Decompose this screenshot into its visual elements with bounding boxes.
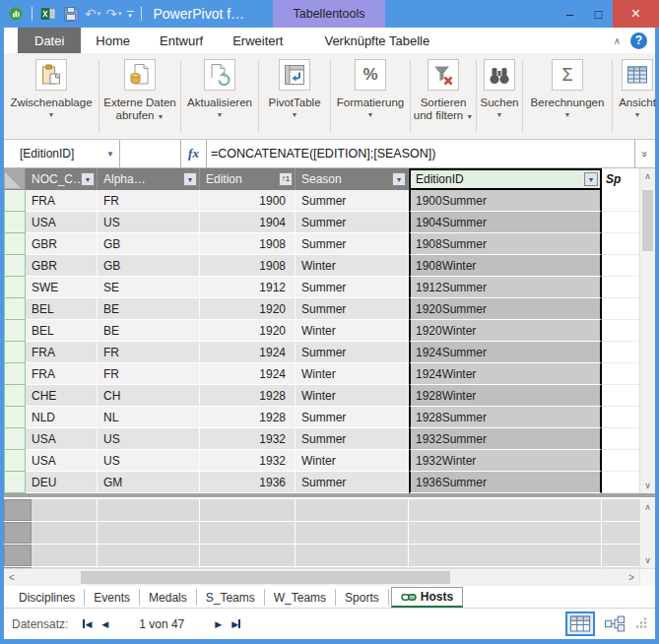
ribbon-button-zwischenablage[interactable]: Zwischenablage▼ [4, 56, 99, 139]
measure-row-header[interactable] [4, 545, 32, 566]
row-selector[interactable] [4, 255, 26, 277]
cell-season[interactable]: Summer [296, 407, 409, 428]
measure-row-header[interactable] [4, 567, 32, 568]
ribbon-button-formatierung[interactable]: %Formatierung▼ [331, 56, 410, 139]
empty-cell[interactable] [602, 428, 639, 450]
empty-cell[interactable] [602, 407, 639, 428]
maximize-button[interactable]: □ [584, 0, 613, 28]
cell-edition_id[interactable]: 1908Summer [409, 233, 602, 255]
empty-cell[interactable] [602, 277, 639, 298]
row-selector[interactable] [4, 277, 26, 298]
cell-season[interactable]: Summer [296, 298, 409, 320]
cell-edition[interactable]: 1936 [200, 472, 296, 493]
sheet-tab-s_teams[interactable]: S_Teams [197, 589, 265, 606]
filter-dropdown-icon[interactable]: ▼ [584, 172, 598, 186]
row-selector[interactable] [4, 428, 26, 450]
tab-home[interactable]: Home [81, 28, 145, 53]
cell-edition_id[interactable]: 1936Summer [409, 472, 602, 493]
undo-icon[interactable]: ↶▾ [85, 6, 100, 22]
filter-dropdown-icon[interactable]: ▼ [392, 172, 406, 186]
select-all-corner[interactable] [4, 168, 26, 190]
measure-cell[interactable] [32, 567, 98, 568]
measure-cell[interactable] [32, 545, 98, 566]
cell-edition[interactable]: 1920 [200, 298, 296, 320]
row-selector[interactable] [4, 298, 26, 320]
measure-cell[interactable] [296, 545, 409, 566]
help-icon[interactable]: ? [630, 32, 647, 49]
sheet-tab-medals[interactable]: Medals [140, 589, 197, 606]
cell-edition[interactable]: 1908 [200, 233, 296, 255]
ribbon-button-aktualisieren[interactable]: Aktualisieren▼ [181, 56, 258, 139]
record-first-button[interactable]: ◀ [83, 619, 92, 629]
scrollbar-down-icon[interactable]: ∨ [640, 478, 656, 493]
cell-edition[interactable]: 1904 [200, 212, 296, 233]
filter-dropdown-icon[interactable]: ▼ [81, 172, 95, 186]
hscroll-left-icon[interactable]: < [4, 569, 20, 586]
cell-alpha_2[interactable]: US [98, 428, 200, 450]
cell-edition[interactable]: 1928 [200, 385, 296, 407]
filter-dropdown-icon[interactable]: ▼ [183, 172, 197, 186]
measure-cell[interactable] [98, 545, 200, 566]
formula-expand-icon[interactable]: » [634, 140, 655, 167]
cell-season[interactable]: Winter [296, 320, 409, 342]
cell-noc_code[interactable]: DEU [26, 472, 98, 493]
cell-season[interactable]: Summer [296, 190, 409, 212]
measure-cell[interactable] [409, 567, 602, 568]
cell-edition_id[interactable]: 1932Summer [409, 428, 602, 450]
measure-cell[interactable] [200, 545, 296, 566]
diagram-view-button[interactable] [602, 613, 627, 634]
row-selector[interactable] [4, 450, 26, 472]
cell-alpha_2[interactable]: BE [98, 320, 200, 342]
cell-season[interactable]: Summer [296, 212, 409, 233]
cell-alpha_2[interactable]: US [98, 450, 200, 472]
ribbon-button-externe-daten[interactable]: Externe Datenabrufen▼ [99, 56, 180, 139]
add-column-header[interactable]: Sp [602, 168, 639, 190]
empty-cell[interactable] [602, 363, 639, 385]
horizontal-scrollbar[interactable]: < > [4, 568, 655, 586]
cell-edition_id[interactable]: 1924Winter [409, 363, 602, 385]
column-header-alpha_2[interactable]: Alpha…▼ [98, 168, 200, 190]
measure-cell[interactable] [602, 545, 639, 566]
record-prev-button[interactable]: ◀ [101, 619, 108, 629]
cell-edition_id[interactable]: 1900Summer [409, 190, 602, 212]
cell-alpha_2[interactable]: GB [98, 233, 200, 255]
cell-noc_code[interactable]: SWE [26, 277, 98, 298]
measure-cell[interactable] [200, 567, 296, 568]
scrollbar-thumb[interactable] [642, 190, 653, 251]
measure-row-header[interactable] [4, 522, 32, 544]
ribbon-button-suchen[interactable]: Suchen▼ [477, 56, 522, 139]
save-icon[interactable] [62, 5, 80, 23]
cell-alpha_2[interactable]: FR [98, 342, 200, 363]
row-selector[interactable] [4, 472, 26, 493]
hscroll-right-icon[interactable]: > [624, 569, 639, 586]
empty-cell[interactable] [602, 212, 639, 233]
cell-noc_code[interactable]: BEL [26, 298, 98, 320]
cell-alpha_2[interactable]: US [98, 212, 200, 233]
cell-alpha_2[interactable]: GM [98, 472, 200, 493]
cell-edition_id[interactable]: 1928Winter [409, 385, 602, 407]
measure-cell[interactable] [602, 499, 639, 521]
row-selector[interactable] [4, 233, 26, 255]
ribbon-button-pivottable[interactable]: PivotTable▼ [259, 56, 330, 139]
vertical-scrollbar[interactable]: ∧ ∨ [639, 168, 655, 493]
cell-alpha_2[interactable]: NL [98, 407, 200, 428]
column-header-edition[interactable]: Edition↑1 [200, 168, 296, 190]
cell-season[interactable]: Winter [296, 450, 409, 472]
close-button[interactable]: × [613, 0, 659, 28]
column-header-season[interactable]: Season▼ [296, 168, 409, 190]
scrollbar-up-icon[interactable]: ∧ [640, 168, 656, 184]
scrollbar-up-icon[interactable]: ∧ [640, 499, 656, 515]
cell-edition[interactable]: 1932 [200, 450, 296, 472]
cell-season[interactable]: Winter [296, 363, 409, 385]
cell-season[interactable]: Summer [296, 428, 409, 450]
cell-noc_code[interactable]: NLD [26, 407, 98, 428]
measure-cell[interactable] [32, 499, 98, 521]
cell-noc_code[interactable]: GBR [26, 233, 98, 255]
sheet-tab-events[interactable]: Events [85, 589, 140, 606]
cell-edition_id[interactable]: 1920Winter [409, 320, 602, 342]
cell-noc_code[interactable]: FRA [26, 363, 98, 385]
measure-cell[interactable] [296, 567, 409, 568]
excel-icon[interactable] [39, 5, 57, 23]
tab-entwurf[interactable]: Entwurf [145, 28, 218, 53]
cell-edition[interactable]: 1928 [200, 407, 296, 428]
